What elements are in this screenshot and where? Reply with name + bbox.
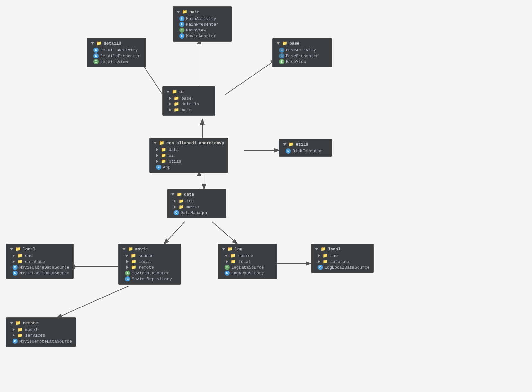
node-details-title: 📁 details bbox=[91, 41, 142, 46]
collapse-icon bbox=[13, 334, 15, 337]
item-label: database bbox=[25, 259, 45, 264]
item-label: remote bbox=[139, 265, 154, 270]
item-label: utils bbox=[169, 159, 181, 164]
badge-c-icon: C bbox=[179, 22, 184, 27]
folder-icon: 📁 bbox=[227, 246, 233, 252]
collapse-icon bbox=[174, 200, 176, 203]
node-remote-item-services: 📁 services bbox=[10, 333, 72, 338]
node-ui-item-main: 📁 main bbox=[166, 107, 211, 113]
folder-icon: 📁 bbox=[174, 102, 179, 107]
folder-icon: 📁 bbox=[15, 246, 21, 252]
node-details-item-3: I DetailsView bbox=[91, 59, 142, 65]
item-label: MovieAdapter bbox=[186, 34, 216, 39]
item-label: BaseView bbox=[286, 59, 306, 64]
node-ui-label: ui bbox=[179, 89, 184, 94]
badge-i-icon: I bbox=[179, 28, 184, 33]
diagram-container: 📁 main C MainActivity C MainPresenter I … bbox=[0, 0, 532, 392]
folder-icon: 📁 bbox=[159, 140, 164, 146]
node-remote-item-model: 📁 model bbox=[10, 327, 72, 333]
item-label: DetailsActivity bbox=[100, 48, 138, 53]
folder-icon: 📁 bbox=[177, 192, 182, 197]
svg-line-4 bbox=[225, 59, 276, 95]
node-details-item-2: C DetailsPresenter bbox=[91, 53, 142, 59]
badge-c-icon: C bbox=[156, 165, 161, 170]
item-label: LogRepository bbox=[231, 271, 264, 276]
badge-c-abs-icon: C bbox=[279, 48, 284, 53]
node-root-label: com.aliasadi.androidmvp bbox=[166, 141, 224, 146]
folder-icon: 📁 bbox=[323, 253, 328, 258]
node-data-item-dm: C DataManager bbox=[171, 210, 222, 216]
item-label: ui bbox=[169, 153, 174, 158]
item-label: model bbox=[25, 327, 38, 332]
expand-icon bbox=[122, 248, 126, 250]
node-main-item-4: C MovieAdapter bbox=[177, 33, 228, 39]
folder-icon: 📁 bbox=[96, 41, 102, 46]
folder-icon: 📁 bbox=[174, 96, 179, 101]
node-ui-item-details: 📁 details bbox=[166, 101, 211, 107]
node-utils-title: 📁 utils bbox=[283, 142, 328, 147]
node-base-title: 📁 base bbox=[277, 41, 328, 46]
collapse-icon bbox=[156, 160, 158, 163]
node-details-item-1: C DetailsActivity bbox=[91, 47, 142, 53]
node-log: 📁 log 📁 source 📁 local I LogDataSource C… bbox=[218, 244, 277, 279]
item-label: BaseActivity bbox=[286, 48, 316, 53]
folder-icon: 📁 bbox=[17, 259, 22, 264]
item-label: MovieLocalDataSource bbox=[19, 271, 69, 276]
node-data-title: 📁 data bbox=[171, 192, 222, 197]
item-label: dao bbox=[25, 254, 32, 258]
node-base-label: base bbox=[289, 41, 299, 46]
collapse-icon bbox=[126, 260, 129, 263]
node-data-item-movie: 📁 movie bbox=[171, 204, 222, 210]
collapse-icon bbox=[169, 97, 171, 100]
node-local-log-label: local bbox=[328, 247, 341, 252]
folder-icon: 📁 bbox=[231, 259, 236, 264]
node-remote-label: remote bbox=[23, 321, 38, 325]
node-log-source: 📁 source bbox=[222, 253, 273, 259]
collapse-icon bbox=[13, 328, 15, 331]
node-root-item-ui: 📁 ui bbox=[154, 153, 224, 158]
svg-line-10 bbox=[212, 222, 238, 244]
item-label: local bbox=[139, 259, 151, 264]
node-root: 📁 com.aliasadi.androidmvp 📁 data 📁 ui 📁 … bbox=[149, 138, 228, 173]
node-local-movie-item-dao: 📁 dao bbox=[10, 253, 69, 259]
folder-icon: 📁 bbox=[172, 89, 177, 94]
collapse-icon bbox=[13, 260, 15, 263]
item-label: App bbox=[163, 165, 170, 170]
item-label: BasePresenter bbox=[286, 54, 318, 58]
node-details: 📁 details C DetailsActivity C DetailsPre… bbox=[87, 38, 146, 67]
svg-line-12 bbox=[56, 286, 129, 318]
item-label: data bbox=[169, 147, 179, 152]
node-data-label: data bbox=[184, 192, 194, 197]
node-ui: 📁 ui 📁 base 📁 details 📁 main bbox=[162, 86, 215, 116]
node-local-movie-item-db: 📁 database bbox=[10, 259, 69, 264]
folder-icon: 📁 bbox=[174, 107, 179, 112]
node-local-movie: 📁 local 📁 dao 📁 database C MovieCacheDat… bbox=[6, 244, 74, 279]
folder-icon: 📁 bbox=[323, 259, 328, 264]
badge-c-icon: C bbox=[225, 271, 230, 276]
item-label: MovieCacheDataSource bbox=[19, 265, 69, 270]
node-movie-title: 📁 movie bbox=[122, 246, 177, 252]
item-label: movie bbox=[186, 205, 199, 209]
folder-icon: 📁 bbox=[182, 9, 187, 14]
node-main-title: 📁 main bbox=[177, 9, 228, 14]
item-label: LogDataSource bbox=[231, 265, 264, 270]
badge-c-icon: C bbox=[174, 210, 179, 215]
item-label: dao bbox=[330, 254, 338, 258]
folder-icon: 📁 bbox=[17, 253, 22, 258]
badge-c-icon: C bbox=[13, 271, 18, 276]
node-root-item-data: 📁 data bbox=[154, 147, 224, 153]
item-label: MainActivity bbox=[186, 16, 216, 21]
item-label: main bbox=[182, 108, 191, 112]
expand-icon bbox=[283, 143, 286, 146]
folder-icon: 📁 bbox=[161, 147, 166, 152]
item-label: MovieDataSource bbox=[132, 271, 169, 276]
item-label: source bbox=[238, 254, 253, 258]
folder-icon: 📁 bbox=[321, 246, 326, 252]
expand-icon bbox=[315, 248, 318, 250]
folder-icon: 📁 bbox=[230, 253, 235, 258]
node-main-item-3: I MainView bbox=[177, 27, 228, 33]
folder-icon: 📁 bbox=[161, 159, 166, 164]
node-details-label: details bbox=[104, 41, 121, 46]
expand-icon bbox=[166, 91, 170, 93]
badge-i-icon: I bbox=[125, 271, 130, 276]
